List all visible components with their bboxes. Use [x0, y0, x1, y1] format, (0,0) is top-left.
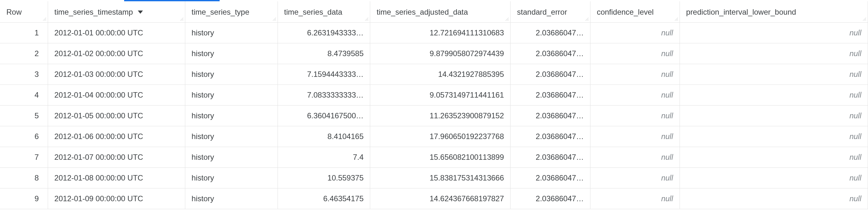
cell-pilb: null — [680, 22, 868, 43]
cell-adjusted: 14.4321927885395 — [370, 64, 510, 84]
cell-type: history — [185, 126, 278, 147]
cell-adjusted: 15.656082100113899 — [370, 147, 510, 167]
null-value: null — [661, 132, 673, 141]
resize-handle-icon[interactable] — [365, 17, 369, 22]
cell-pilb: null — [680, 147, 868, 167]
table-row: 12012-01-01 00:00:00 UTChistory6.2631943… — [0, 22, 868, 43]
column-header-row[interactable]: Row — [0, 1, 48, 22]
cell-confidence-level: null — [590, 64, 680, 84]
cell-standard-error: 2.03686047… — [510, 105, 590, 126]
null-value: null — [849, 153, 861, 161]
cell-row-number: 5 — [0, 105, 48, 126]
column-label: prediction_interval_lower_bound — [686, 8, 796, 17]
cell-data: 7.4 — [278, 147, 370, 167]
cell-row-number: 4 — [0, 84, 48, 105]
resize-handle-icon[interactable] — [273, 17, 277, 22]
null-value: null — [661, 194, 673, 203]
null-value: null — [661, 70, 673, 79]
cell-standard-error: 2.03686047… — [510, 126, 590, 147]
resize-handle-icon[interactable] — [180, 17, 184, 22]
results-table: Row time_series_timestamp time_series_ty… — [0, 1, 868, 209]
cell-timestamp: 2012-01-05 00:00:00 UTC — [48, 105, 185, 126]
cell-standard-error: 2.03686047… — [510, 43, 590, 64]
column-label: time_series_timestamp — [55, 8, 133, 17]
cell-timestamp: 2012-01-09 00:00:00 UTC — [48, 188, 185, 209]
null-value: null — [661, 90, 673, 99]
cell-type: history — [185, 105, 278, 126]
null-value: null — [849, 49, 861, 58]
column-header-type[interactable]: time_series_type — [185, 1, 278, 22]
table-row: 32012-01-03 00:00:00 UTChistory7.1594443… — [0, 64, 868, 84]
cell-pilb: null — [680, 167, 868, 188]
column-header-adjusted[interactable]: time_series_adjusted_data — [370, 1, 510, 22]
cell-data: 6.3604167500… — [278, 105, 370, 126]
table-header: Row time_series_timestamp time_series_ty… — [0, 1, 868, 22]
null-value: null — [849, 194, 861, 203]
cell-row-number: 1 — [0, 22, 48, 43]
column-label: time_series_type — [192, 8, 249, 17]
cell-adjusted: 9.8799058072974439 — [370, 43, 510, 64]
cell-type: history — [185, 64, 278, 84]
cell-confidence-level: null — [590, 105, 680, 126]
column-label: confidence_level — [597, 8, 654, 17]
null-value: null — [849, 111, 861, 120]
cell-confidence-level: null — [590, 147, 680, 167]
cell-pilb: null — [680, 43, 868, 64]
cell-data: 6.2631943333… — [278, 22, 370, 43]
cell-confidence-level: null — [590, 126, 680, 147]
table-row: 52012-01-05 00:00:00 UTChistory6.3604167… — [0, 105, 868, 126]
table-row: 42012-01-04 00:00:00 UTChistory7.0833333… — [0, 84, 868, 105]
cell-timestamp: 2012-01-01 00:00:00 UTC — [48, 22, 185, 43]
cell-type: history — [185, 167, 278, 188]
cell-confidence-level: null — [590, 22, 680, 43]
cell-timestamp: 2012-01-02 00:00:00 UTC — [48, 43, 185, 64]
cell-confidence-level: null — [590, 84, 680, 105]
column-header-prediction-interval-lower-bound[interactable]: prediction_interval_lower_bound — [680, 1, 868, 22]
cell-type: history — [185, 84, 278, 105]
cell-adjusted: 14.624367668197827 — [370, 188, 510, 209]
null-value: null — [849, 132, 861, 141]
cell-standard-error: 2.03686047… — [510, 147, 590, 167]
cell-confidence-level: null — [590, 188, 680, 209]
column-label: time_series_adjusted_data — [376, 8, 468, 17]
table-row: 92012-01-09 00:00:00 UTChistory6.4635417… — [0, 188, 868, 209]
cell-timestamp: 2012-01-04 00:00:00 UTC — [48, 84, 185, 105]
table-header-row: Row time_series_timestamp time_series_ty… — [0, 1, 868, 22]
cell-row-number: 6 — [0, 126, 48, 147]
cell-row-number: 2 — [0, 43, 48, 64]
cell-adjusted: 17.960650192237768 — [370, 126, 510, 147]
cell-adjusted: 12.721694111310683 — [370, 22, 510, 43]
cell-row-number: 3 — [0, 64, 48, 84]
null-value: null — [661, 28, 673, 37]
cell-row-number: 9 — [0, 188, 48, 209]
cell-timestamp: 2012-01-06 00:00:00 UTC — [48, 126, 185, 147]
cell-standard-error: 2.03686047… — [510, 22, 590, 43]
column-label: time_series_data — [284, 8, 342, 17]
resize-handle-icon[interactable] — [863, 17, 867, 22]
column-header-data[interactable]: time_series_data — [278, 1, 370, 22]
resize-handle-icon[interactable] — [675, 17, 679, 22]
cell-timestamp: 2012-01-03 00:00:00 UTC — [48, 64, 185, 84]
cell-adjusted: 15.838175314313666 — [370, 167, 510, 188]
cell-pilb: null — [680, 126, 868, 147]
resize-handle-icon[interactable] — [585, 17, 589, 22]
sort-desc-icon[interactable] — [137, 10, 143, 14]
resize-handle-icon[interactable] — [43, 17, 47, 22]
resize-handle-icon[interactable] — [505, 17, 509, 22]
null-value: null — [661, 153, 673, 161]
cell-standard-error: 2.03686047… — [510, 188, 590, 209]
column-label: standard_error — [517, 8, 567, 17]
cell-data: 6.46354175 — [278, 188, 370, 209]
column-header-confidence-level[interactable]: confidence_level — [590, 1, 680, 22]
table-row: 82012-01-08 00:00:00 UTChistory10.559375… — [0, 167, 868, 188]
column-header-standard-error[interactable]: standard_error — [510, 1, 590, 22]
cell-data: 7.1594443333… — [278, 64, 370, 84]
cell-adjusted: 9.0573149711441161 — [370, 84, 510, 105]
table-row: 72012-01-07 00:00:00 UTChistory7.415.656… — [0, 147, 868, 167]
cell-type: history — [185, 188, 278, 209]
cell-data: 8.4739585 — [278, 43, 370, 64]
column-header-timestamp[interactable]: time_series_timestamp — [48, 1, 185, 22]
null-value: null — [661, 111, 673, 120]
cell-adjusted: 11.263523900879152 — [370, 105, 510, 126]
cell-data: 10.559375 — [278, 167, 370, 188]
